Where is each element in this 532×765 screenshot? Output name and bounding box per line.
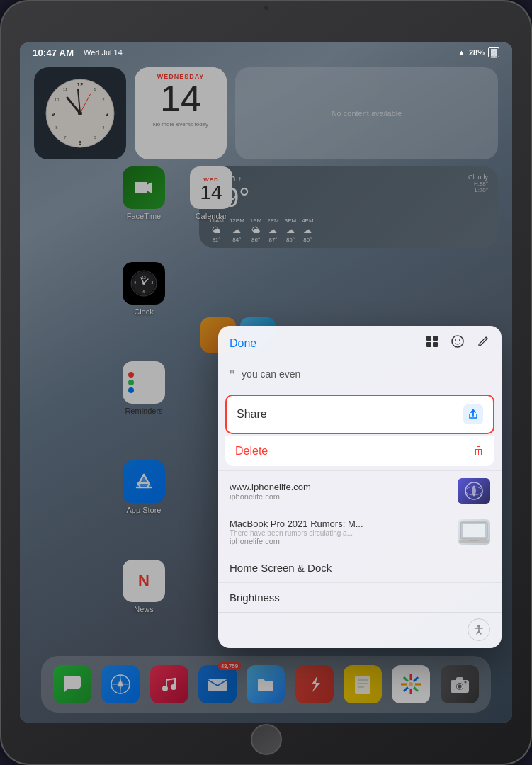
- ipad-frame: 10:47 AM Wed Jul 14 ▲ 28% ▓ 12 3 6 9: [0, 0, 532, 765]
- quote-mark-icon: ": [230, 368, 234, 382]
- svg-rect-41: [463, 524, 485, 537]
- status-date: Wed Jul 14: [84, 48, 123, 57]
- share-button[interactable]: Share: [225, 395, 494, 434]
- link-1-url: iphonelife.com: [230, 492, 451, 501]
- share-label: Share: [237, 408, 267, 421]
- trash-icon: 🗑: [473, 445, 485, 458]
- svg-rect-33: [426, 342, 431, 347]
- context-menu: Done ": [218, 326, 502, 648]
- status-bar: 10:47 AM Wed Jul 14 ▲ 28% ▓: [20, 42, 512, 62]
- battery-icon: ▓: [488, 47, 499, 57]
- quote-text: you can even: [242, 368, 300, 380]
- context-quote: " you can even: [218, 361, 502, 390]
- svg-rect-34: [433, 342, 438, 347]
- link-2-thumb: [458, 519, 490, 545]
- grid-icon[interactable]: [425, 334, 439, 352]
- svg-point-35: [452, 336, 463, 347]
- svg-rect-32: [433, 336, 438, 341]
- ipad-screen: 10:47 AM Wed Jul 14 ▲ 28% ▓ 12 3 6 9: [20, 42, 512, 722]
- link-1-thumb: [458, 478, 490, 504]
- link-1-title: www.iphonelife.com: [230, 482, 451, 492]
- link-1-info: www.iphonelife.com iphonelife.com: [230, 482, 451, 501]
- edit-icon[interactable]: [476, 334, 490, 352]
- svg-point-36: [455, 339, 456, 341]
- svg-rect-31: [426, 336, 431, 341]
- context-actions: Share Delete 🗑: [225, 395, 494, 466]
- front-camera: [264, 6, 268, 10]
- share-icon: [463, 404, 483, 424]
- context-link-1[interactable]: www.iphonelife.com iphonelife.com: [218, 470, 502, 511]
- link-2-url: iphonelife.com: [230, 537, 451, 545]
- context-menu-header: Done: [218, 326, 502, 361]
- svg-point-44: [477, 625, 480, 628]
- delete-label: Delete: [235, 445, 268, 458]
- home-screen-dock-item[interactable]: Home Screen & Dock: [218, 552, 502, 582]
- context-menu-header-icons: [425, 334, 490, 352]
- home-button[interactable]: [251, 724, 282, 755]
- link-2-title: MacBook Pro 2021 Rumors: M...: [230, 518, 451, 529]
- delete-button[interactable]: Delete 🗑: [225, 436, 494, 466]
- brightness-item[interactable]: Brightness: [218, 582, 502, 612]
- link-2-info: MacBook Pro 2021 Rumors: M... There have…: [230, 518, 451, 545]
- status-time: 10:47 AM: [33, 47, 74, 58]
- context-menu-done-button[interactable]: Done: [230, 337, 256, 350]
- battery-text: 28%: [469, 48, 485, 57]
- status-right: ▲ 28% ▓: [458, 47, 499, 57]
- accessibility-icon[interactable]: [468, 618, 490, 641]
- context-link-2[interactable]: MacBook Pro 2021 Rumors: M... There have…: [218, 511, 502, 552]
- link-2-desc: There have been rumors circulating a...: [230, 529, 451, 537]
- svg-rect-43: [469, 540, 479, 541]
- smiley-icon[interactable]: [451, 334, 465, 352]
- context-bottom: [218, 612, 502, 648]
- wifi-icon: ▲: [458, 48, 465, 57]
- svg-point-37: [459, 339, 460, 341]
